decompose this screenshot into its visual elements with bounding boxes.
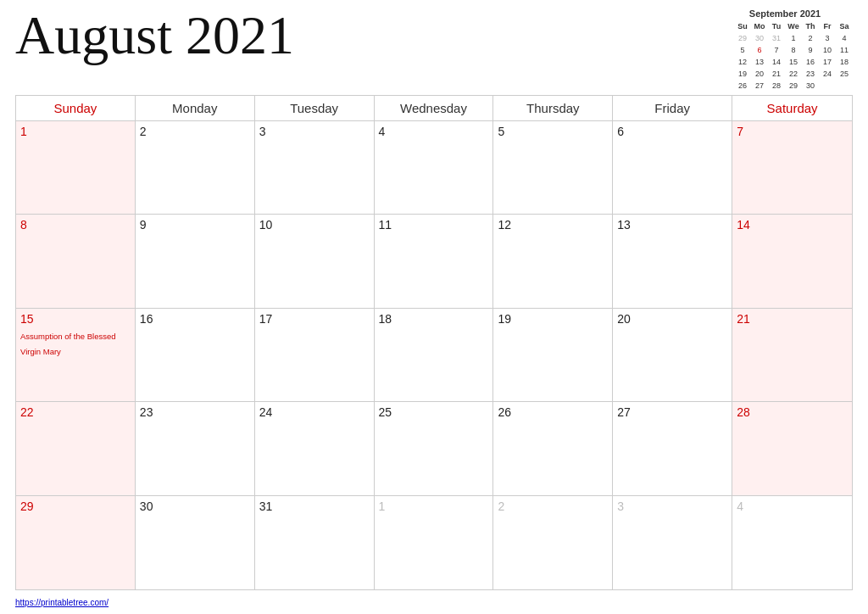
calendar-cell: 15Assumption of the Blessed Virgin Mary	[16, 309, 136, 401]
day-number: 19	[498, 312, 608, 326]
day-number: 23	[140, 405, 250, 419]
day-header-wednesday: Wednesday	[375, 96, 494, 120]
day-number: 31	[259, 500, 370, 513]
day-number: 30	[140, 500, 250, 513]
day-number: 10	[259, 218, 370, 232]
day-number: 11	[379, 218, 489, 232]
calendar-cell: 11	[375, 215, 494, 307]
footer: https://printabletree.com/	[15, 594, 853, 609]
day-number: 2	[140, 125, 250, 138]
calendar-cell: 3	[613, 496, 732, 589]
calendar-cell: 9	[136, 215, 255, 307]
day-header-monday: Monday	[136, 96, 255, 120]
calendar-cell: 7	[732, 121, 852, 214]
calendar-week-1: 1234567	[16, 121, 852, 215]
day-number: 22	[20, 405, 131, 419]
day-number: 9	[140, 218, 250, 232]
day-number: 26	[498, 405, 608, 419]
calendar-cell: 10	[255, 215, 375, 307]
calendar-cell: 3	[255, 121, 375, 214]
day-number: 16	[140, 312, 250, 326]
mini-calendar-title: September 2021	[717, 8, 853, 19]
calendar-cell: 4	[732, 496, 852, 589]
calendar-cell: 2	[136, 121, 255, 214]
day-header-friday: Friday	[613, 96, 732, 120]
calendar-body: 123456789101112131415Assumption of the B…	[16, 121, 852, 589]
day-header-sunday: Sunday	[16, 96, 136, 120]
calendar-cell: 31	[255, 496, 375, 589]
day-number: 2	[498, 500, 608, 513]
day-header-thursday: Thursday	[493, 96, 613, 120]
day-number: 5	[498, 125, 608, 138]
day-number: 3	[259, 125, 370, 138]
day-number: 7	[737, 125, 848, 138]
calendar-cell: 4	[375, 121, 494, 214]
calendar-container: SundayMondayTuesdayWednesdayThursdayFrid…	[15, 95, 853, 590]
calendar-cell: 17	[255, 309, 375, 401]
mini-calendar-table: SuMoTuWeThFrSa 2930311234567891011121314…	[734, 20, 853, 92]
calendar-cell: 5	[493, 121, 613, 214]
day-number: 29	[20, 500, 131, 513]
calendar-cell: 19	[493, 309, 613, 401]
page-title: August 2021	[15, 8, 294, 63]
calendar-cell: 30	[136, 496, 255, 589]
calendar-cell: 8	[16, 215, 136, 307]
calendar-cell: 18	[375, 309, 494, 401]
calendar-cell: 29	[16, 496, 136, 589]
calendar-cell: 13	[613, 215, 732, 307]
calendar-header: SundayMondayTuesdayWednesdayThursdayFrid…	[16, 96, 852, 121]
calendar-cell: 2	[493, 496, 613, 589]
calendar-cell: 27	[613, 402, 732, 494]
calendar-cell: 26	[493, 402, 613, 494]
day-number: 27	[617, 405, 727, 419]
calendar-week-4: 22232425262728	[16, 402, 852, 495]
calendar-cell: 24	[255, 402, 375, 494]
calendar-cell: 6	[613, 121, 732, 214]
event-label: Assumption of the Blessed Virgin Mary	[20, 332, 115, 356]
calendar-week-3: 15Assumption of the Blessed Virgin Mary1…	[16, 309, 852, 402]
calendar-week-2: 891011121314	[16, 215, 852, 308]
day-number: 1	[379, 500, 489, 513]
day-number: 18	[379, 312, 489, 326]
footer-link[interactable]: https://printabletree.com/	[15, 598, 108, 607]
day-number: 15	[20, 312, 131, 326]
mini-calendar: September 2021 SuMoTuWeThFrSa 2930311234…	[717, 8, 853, 92]
day-number: 17	[259, 312, 370, 326]
day-number: 8	[20, 218, 131, 232]
top-section: August 2021 September 2021 SuMoTuWeThFrS…	[15, 8, 853, 92]
day-number: 3	[617, 500, 727, 513]
day-number: 4	[379, 125, 489, 138]
calendar-cell: 16	[136, 309, 255, 401]
day-number: 6	[617, 125, 727, 138]
day-number: 13	[617, 218, 727, 232]
calendar-cell: 25	[375, 402, 494, 494]
calendar-cell: 14	[732, 215, 852, 307]
day-number: 4	[737, 500, 848, 513]
calendar-cell: 12	[493, 215, 613, 307]
calendar-cell: 21	[732, 309, 852, 401]
day-number: 21	[737, 312, 848, 326]
day-number: 25	[379, 405, 489, 419]
calendar-cell: 1	[16, 121, 136, 214]
calendar-week-5: 2930311234	[16, 496, 852, 589]
day-number: 28	[737, 405, 848, 419]
day-number: 20	[617, 312, 727, 326]
day-number: 12	[498, 218, 608, 232]
day-number: 14	[737, 218, 848, 232]
calendar-cell: 20	[613, 309, 732, 401]
day-header-saturday: Saturday	[732, 96, 852, 120]
calendar-cell: 1	[375, 496, 494, 589]
calendar-cell: 28	[732, 402, 852, 494]
day-number: 1	[20, 125, 131, 138]
day-number: 24	[259, 405, 370, 419]
calendar-cell: 23	[136, 402, 255, 494]
calendar-cell: 22	[16, 402, 136, 494]
day-header-tuesday: Tuesday	[255, 96, 375, 120]
